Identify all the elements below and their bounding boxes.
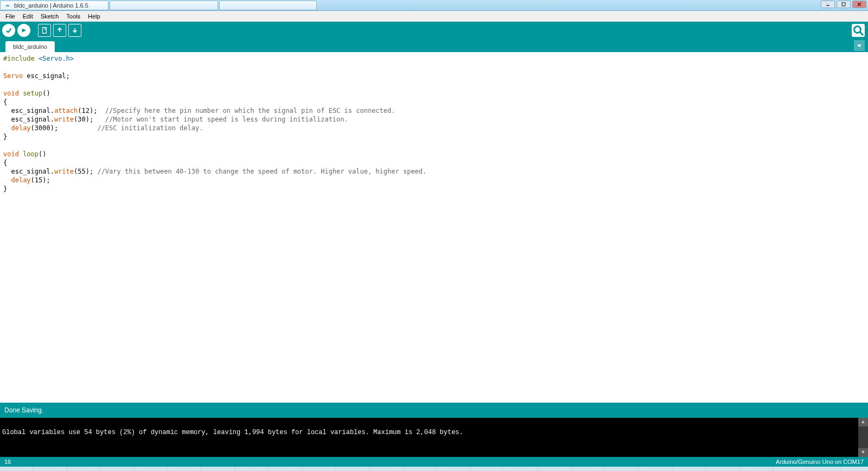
footer-bar: 16 Arduino/Genuino Uno on COM17 [0,457,868,467]
comment-l8: //Motor won't start input speed is less … [105,116,348,123]
token-setup: setup [19,90,42,97]
comment-l14: //Vary this between 40-130 to change the… [97,168,426,175]
token-write1: write [54,116,74,123]
footer-line-number: 16 [4,459,11,465]
token-l7c: (12); [78,107,105,114]
token-setup-paren: () [42,90,50,97]
token-l14c: (55); [74,168,97,175]
open-sketch-button[interactable] [53,24,66,37]
svg-marker-10 [857,44,861,47]
token-l9c: (3000); [31,124,98,132]
output-console[interactable]: Global variables use 54 bytes (2%) of dy… [0,418,868,457]
serial-monitor-button[interactable] [852,24,865,37]
new-sketch-button[interactable] [38,24,51,37]
token-l15c: (15); [31,176,50,184]
scroll-down-icon[interactable]: ▼ [858,448,868,457]
taskbar-item-arduino[interactable]: ∞ bldc_arduino | Arduino 1.6.5 [0,1,108,10]
token-brace-open2: { [3,159,7,167]
window-title: bldc_arduino | Arduino 1.6.5 [14,2,88,9]
token-l14a: esc_signal. [3,168,54,175]
token-void2: void [3,150,19,158]
os-titlebar: ∞ bldc_arduino | Arduino 1.6.5 [0,0,868,11]
svg-rect-1 [842,3,845,6]
scroll-up-icon[interactable]: ▲ [858,418,868,427]
arduino-logo-icon: ∞ [4,3,11,8]
save-sketch-button[interactable] [68,24,81,37]
close-button[interactable] [852,1,866,8]
token-include: #include [3,55,39,62]
token-attach: attach [54,107,78,114]
token-l7a: esc_signal. [3,107,54,114]
code-editor[interactable]: #include <Servo.h> Servo esc_signal; voi… [0,52,868,403]
verify-button[interactable] [2,24,15,37]
upload-button[interactable] [17,24,30,37]
comment-l7: //Specify here the pin number on which t… [105,107,395,114]
token-brace-close2: } [3,185,7,193]
comment-l9: //ESC initialization delay. [97,124,203,132]
menu-sketch[interactable]: Sketch [37,12,62,21]
taskbar-item-blurred-1[interactable] [110,1,218,10]
menubar: File Edit Sketch Tools Help [0,11,868,22]
token-l8a: esc_signal. [3,116,54,123]
console-line: Global variables use 54 bytes (2%) of dy… [2,429,463,436]
minimize-button[interactable] [821,1,835,8]
token-l15a [3,176,11,184]
status-bar: Done Saving. [0,403,868,418]
svg-rect-5 [43,28,47,34]
menu-tools[interactable]: Tools [63,12,84,21]
taskbar-item-blurred-2[interactable] [219,1,317,10]
menu-file[interactable]: File [2,12,18,21]
token-delay1: delay [11,124,30,132]
svg-point-8 [854,27,861,33]
token-loop-paren: () [39,150,46,158]
maximize-button[interactable] [837,1,851,8]
token-brace-close1: } [3,133,7,141]
toolbar [0,22,868,39]
sketch-tabbar: bldc_arduino [0,39,868,52]
token-delay2: delay [11,176,30,184]
tab-menu-button[interactable] [854,40,865,51]
console-scrollbar[interactable]: ▲ ▼ [858,418,868,457]
menu-edit[interactable]: Edit [20,12,36,21]
sketch-tab-active[interactable]: bldc_arduino [5,41,55,52]
svg-marker-4 [22,29,27,33]
footer-board-port: Arduino/Genuino Uno on COM17 [776,459,864,465]
token-write2: write [54,168,74,175]
menu-help[interactable]: Help [85,12,104,21]
svg-line-9 [860,32,863,35]
token-l9a [3,124,11,132]
token-void1: void [3,90,19,97]
token-escsig: esc_signal; [23,72,70,80]
os-taskbar-hint [0,467,868,471]
token-brace-open1: { [3,98,7,106]
token-l8c: (30); [74,116,105,123]
token-loop: loop [19,150,39,158]
window-controls [821,1,866,8]
status-message: Done Saving. [4,406,43,414]
token-lib: <Servo.h> [39,55,74,62]
token-servo: Servo [3,72,23,80]
